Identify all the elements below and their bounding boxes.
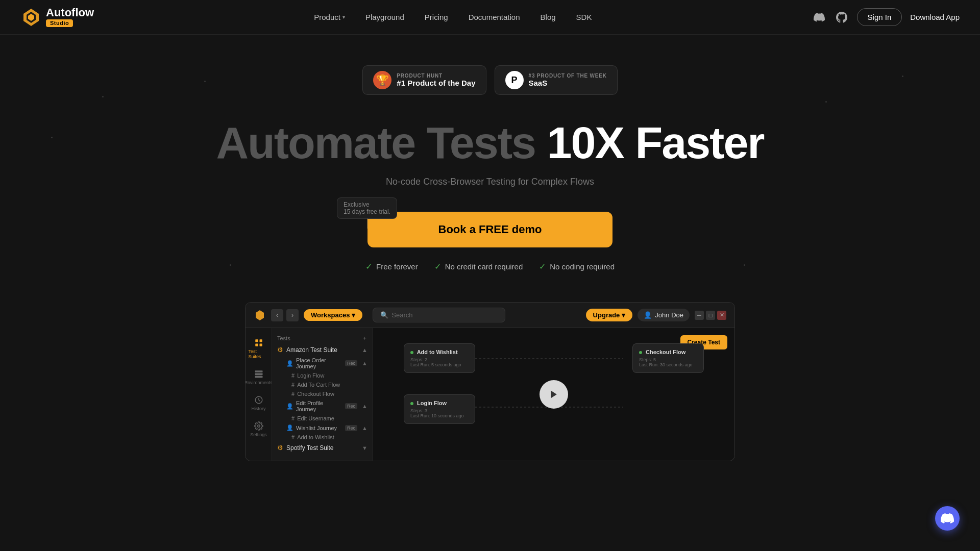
product-hunt-badge: 🏆 PRODUCT HUNT #1 Product of the Day <box>362 65 486 95</box>
headline-part1: Automate Tests <box>216 117 547 168</box>
sidebar-item-test-suites[interactable]: Test Suites <box>249 334 269 363</box>
nav-link-blog[interactable]: Blog <box>531 9 565 26</box>
headline-part2: 10X Faster <box>547 117 764 168</box>
node-status-dot-2 <box>410 402 413 405</box>
nav-right-actions: Sign In Download App <box>812 8 960 26</box>
tree-suite-amazon[interactable]: ⚙ Amazon Test Suite ▲ <box>272 344 373 356</box>
product-hunt-icon: 🏆 <box>373 71 391 89</box>
tree-test-add-to-wishlist[interactable]: # Add to Wishlist <box>272 433 373 442</box>
journey-icon: 👤 <box>286 360 293 367</box>
journey-icon: 👤 <box>286 403 293 410</box>
tree-test-login[interactable]: # Login Flow <box>272 371 373 380</box>
download-app-link[interactable]: Download App <box>910 13 960 21</box>
dot-decoration <box>51 137 53 138</box>
upgrade-button[interactable]: Upgrade ▾ <box>586 309 633 321</box>
svg-rect-7 <box>259 344 262 346</box>
journey-expand-icon: ▲ <box>362 403 368 409</box>
node-status-dot-3 <box>639 351 642 354</box>
discord-icon[interactable] <box>812 10 826 24</box>
sidebar-tree: Tests ＋ ⚙ Amazon Test Suite ▲ 👤 Place Or… <box>272 328 373 461</box>
tree-suite-spotify[interactable]: ⚙ Spotify Test Suite ▼ <box>272 442 373 454</box>
cta-button[interactable]: Book a FREE demo <box>368 212 612 247</box>
workspace-selector[interactable]: Workspaces ▾ <box>304 309 362 321</box>
dot-decoration <box>230 264 231 266</box>
tree-test-edit-username[interactable]: # Edit Username <box>272 414 373 423</box>
app-screenshot: ‹ › Workspaces ▾ 🔍 Search Upgrade ▾ <box>245 302 735 461</box>
app-body: Test Suites Environments History Setting… <box>246 328 734 461</box>
hero-headline: Automate Tests 10X Faster <box>216 119 764 166</box>
journey-icon: 👤 <box>286 424 293 431</box>
feature-free: ✓ Free forever <box>365 262 418 271</box>
dot-decoration <box>825 101 827 103</box>
product-hunt-text: PRODUCT HUNT #1 Product of the Day <box>397 73 475 87</box>
tree-journey-edit-profile[interactable]: 👤 Edit Profile Journey Rec ▲ <box>272 398 373 414</box>
forward-button[interactable]: › <box>286 309 299 321</box>
saas-text: #3 PRODUCT OF THE WEEK SaaS <box>529 73 607 87</box>
tree-journey-place-order[interactable]: 👤 Place Order Journey Rec ▲ <box>272 356 373 371</box>
logo-badge: Studio <box>46 19 73 27</box>
sidebar-item-history[interactable]: History <box>249 391 269 415</box>
signin-button[interactable]: Sign In <box>857 8 902 26</box>
check-icon-3: ✓ <box>539 262 546 271</box>
nav-link-product[interactable]: Product ▾ <box>305 9 354 26</box>
grid-icon <box>254 338 263 347</box>
svg-point-12 <box>257 425 260 428</box>
dot-decoration <box>902 76 903 77</box>
gear-icon <box>254 421 263 431</box>
hero-subheadline: No-code Cross-Browser Testing for Comple… <box>386 177 594 187</box>
sidebar-item-settings[interactable]: Settings <box>249 417 269 441</box>
play-icon <box>549 389 559 399</box>
tree-header: Tests ＋ <box>272 332 373 344</box>
flow-node-wishlist[interactable]: Add to Wishlist Steps: 2 Last Run: 5 sec… <box>404 343 475 373</box>
nav-logo-area: Autoflow Studio <box>20 7 94 28</box>
autoflow-logo-icon <box>20 7 42 28</box>
titlebar-left: ‹ › Workspaces ▾ <box>254 309 362 321</box>
dot-decoration <box>102 96 104 97</box>
flow-node-checkout[interactable]: Checkout Flow Steps: 5 Last Run: 30 seco… <box>632 343 704 373</box>
close-button[interactable]: ✕ <box>717 311 726 320</box>
titlebar-center: 🔍 Search <box>373 308 575 322</box>
svg-rect-4 <box>255 340 258 342</box>
back-button[interactable]: ‹ <box>271 309 283 321</box>
search-icon: 🔍 <box>380 311 388 319</box>
suite-icon-2: ⚙ <box>277 444 283 452</box>
test-icon: # <box>291 372 295 379</box>
logo-name: Autoflow <box>46 7 94 18</box>
suite-icon: ⚙ <box>277 346 283 354</box>
app-logo-icon <box>254 309 266 321</box>
feature-no-code: ✓ No coding required <box>539 262 615 271</box>
github-icon[interactable] <box>835 10 849 24</box>
app-canvas: Create Test Add to Wishlist Steps: 2 Las… <box>373 328 734 461</box>
tree-test-checkout[interactable]: # Checkout Flow <box>272 389 373 398</box>
search-bar[interactable]: 🔍 Search <box>373 308 505 322</box>
discord-float-button[interactable] <box>935 506 960 531</box>
nav-link-pricing[interactable]: Pricing <box>415 9 457 26</box>
exclusive-tooltip: Exclusive 15 days free trial. <box>337 197 397 219</box>
svg-rect-8 <box>255 371 262 373</box>
producthunt-p-icon: P <box>505 71 524 89</box>
play-button[interactable] <box>540 380 568 409</box>
nav-link-playground[interactable]: Playground <box>356 9 413 26</box>
journey-expand-icon: ▲ <box>362 425 368 431</box>
minimize-button[interactable]: ─ <box>695 311 704 320</box>
svg-rect-5 <box>259 340 262 342</box>
add-tree-icon[interactable]: ＋ <box>362 334 368 342</box>
maximize-button[interactable]: □ <box>706 311 715 320</box>
nav-link-sdk[interactable]: SDK <box>567 9 601 26</box>
user-menu-button[interactable]: 👤 John Doe <box>638 309 690 321</box>
user-avatar-icon: 👤 <box>644 311 652 319</box>
saas-badge: P #3 PRODUCT OF THE WEEK SaaS <box>495 65 618 95</box>
nav-links: Product ▾ Playground Pricing Documentati… <box>305 9 601 26</box>
sidebar-item-environments[interactable]: Environments <box>249 365 269 389</box>
tree-test-add-to-cart[interactable]: # Add To Cart Flow <box>272 380 373 389</box>
nav-link-documentation[interactable]: Documentation <box>459 9 529 26</box>
award-badges: 🏆 PRODUCT HUNT #1 Product of the Day P #… <box>362 65 617 95</box>
journey-expand-icon: ▲ <box>362 360 368 366</box>
logo-text-group: Autoflow Studio <box>46 7 94 27</box>
tree-journey-wishlist[interactable]: 👤 Wishlist Journey Rec ▲ <box>272 423 373 433</box>
svg-rect-9 <box>255 373 262 375</box>
flow-node-login[interactable]: Login Flow Steps: 3 Last Run: 10 seconds… <box>404 394 475 424</box>
dot-decoration <box>204 81 206 82</box>
workspace-chevron-icon: ▾ <box>352 311 355 319</box>
window-controls: ─ □ ✕ <box>695 311 726 320</box>
